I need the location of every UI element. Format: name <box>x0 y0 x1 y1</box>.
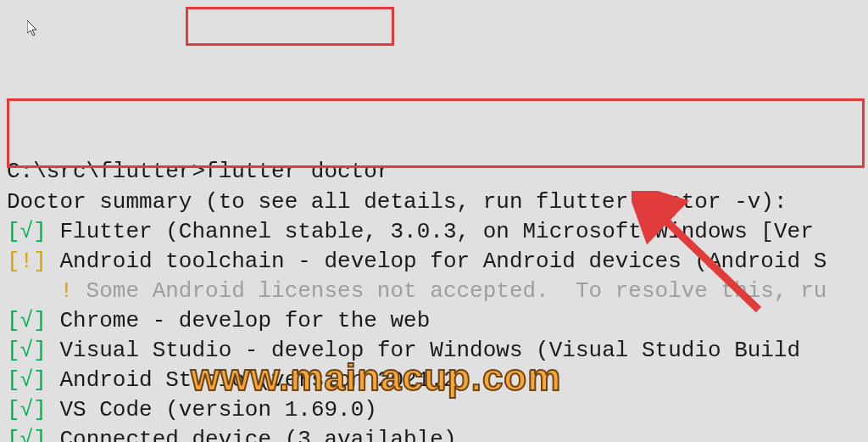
summary-header: Doctor summary (to see all details, run … <box>7 189 787 215</box>
line-vscode: VS Code (version 1.69.0) <box>47 397 377 422</box>
line-flutter: Flutter (Channel stable, 3.0.3, on Micro… <box>47 219 814 244</box>
cursor-icon <box>8 0 39 44</box>
check-mark-ok: [√] <box>7 308 47 333</box>
check-mark-warn: [!] <box>7 249 47 274</box>
check-mark-ok: [√] <box>7 338 47 363</box>
command-text: flutter doctor <box>205 159 390 184</box>
terminal-output: C:\src\flutter>flutter doctor Doctor sum… <box>7 127 868 442</box>
check-mark-ok: [√] <box>7 219 47 244</box>
check-mark-ok: [√] <box>7 397 47 422</box>
check-mark-ok: [√] <box>7 367 47 393</box>
line-chrome: Chrome - develop for the web <box>47 308 430 333</box>
line-android-toolchain: Android toolchain - develop for Android … <box>47 249 827 274</box>
annotation-highlight-command <box>186 7 394 46</box>
warn-bullet: ! <box>7 278 73 304</box>
line-connected-device: Connected device (3 available) <box>47 427 457 442</box>
line-visual-studio: Visual Studio - develop for Windows (Vis… <box>47 338 814 363</box>
prompt-path: C:\src\flutter> <box>7 159 205 184</box>
line-android-studio: Android Studio (version 2021.2) <box>47 367 470 393</box>
check-mark-ok: [√] <box>7 427 47 442</box>
warn-android-licenses: Some Android licenses not accepted. To r… <box>73 278 826 304</box>
